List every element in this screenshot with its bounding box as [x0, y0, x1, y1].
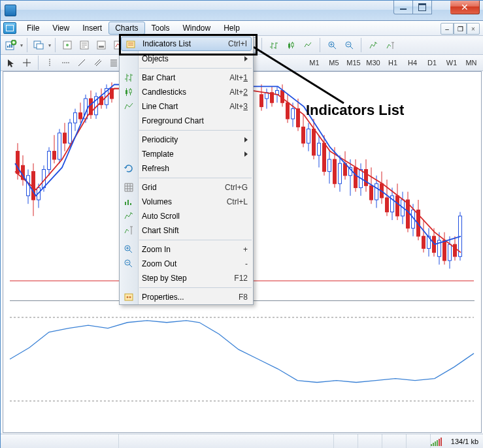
menu-item-step-by-step[interactable]: Step by StepF12	[120, 271, 253, 285]
menu-item-label: Properties...	[142, 293, 184, 302]
connection-bars-icon	[431, 437, 442, 446]
candle-chart-btn[interactable]	[283, 38, 299, 52]
hline-icon[interactable]	[58, 56, 73, 70]
menu-item-template[interactable]: Template	[120, 147, 253, 161]
chartshift-btn[interactable]	[382, 38, 398, 52]
autoscroll-btn[interactable]	[365, 38, 381, 52]
menu-item-chart-shift[interactable]: Chart Shift	[120, 223, 253, 238]
cursor-tool[interactable]	[3, 56, 18, 70]
market-watch-button[interactable]	[59, 38, 75, 52]
tf-MN[interactable]: MN	[461, 56, 481, 69]
props-icon	[124, 292, 134, 302]
vline-icon[interactable]	[42, 56, 57, 70]
refresh-icon	[124, 163, 134, 174]
menu-shortcut: Alt+2	[229, 88, 248, 97]
zoom-in-btn[interactable]	[324, 38, 340, 52]
menu-item-refresh[interactable]: Refresh	[120, 161, 253, 176]
svg-rect-37	[53, 152, 56, 159]
zoomin-icon	[124, 244, 134, 255]
svg-rect-135	[454, 244, 457, 257]
terminal-button[interactable]	[93, 38, 109, 52]
sub-chart	[3, 302, 480, 421]
tf-D1[interactable]: D1	[422, 56, 442, 69]
menu-item-label: Bar Chart	[142, 73, 175, 82]
bar-chart-btn[interactable]	[266, 38, 282, 52]
tf-H1[interactable]: H1	[383, 56, 403, 69]
menu-item-volumes[interactable]: VolumesCtrl+L	[120, 195, 253, 209]
menu-item-line-chart[interactable]: Line ChartAlt+3	[120, 99, 253, 114]
svg-rect-142	[129, 89, 131, 93]
tf-M5[interactable]: M5	[324, 56, 344, 69]
menu-item-periodicity[interactable]: Periodicity	[120, 133, 253, 147]
svg-rect-143	[125, 202, 126, 205]
menu-item-bar-chart[interactable]: Bar ChartAlt+1	[120, 71, 253, 85]
menu-item-grid[interactable]: GridCtrl+G	[120, 180, 253, 195]
menu-item-label: Volumes	[142, 197, 172, 206]
svg-rect-133	[448, 244, 452, 261]
mdi-restore-button[interactable]: ❐	[454, 23, 467, 35]
svg-rect-10	[97, 41, 105, 49]
menu-item-auto-scroll[interactable]: Auto Scroll	[120, 209, 253, 223]
svg-point-8	[66, 44, 69, 46]
svg-rect-11	[99, 46, 104, 48]
mdi-close-button[interactable]: ×	[467, 23, 480, 35]
menu-insert[interactable]: Insert	[76, 22, 108, 35]
svg-rect-144	[127, 200, 129, 205]
window-close-button[interactable]: ✕	[450, 1, 480, 14]
menu-view[interactable]: View	[46, 22, 76, 35]
menu-item-indicators-list[interactable]: Indicators ListCtrl+I	[121, 37, 252, 51]
grid-icon	[124, 182, 134, 193]
crosshair-tool[interactable]	[19, 56, 33, 70]
tf-W1[interactable]: W1	[442, 56, 461, 69]
menu-item-objects[interactable]: Objects	[120, 52, 253, 66]
menu-shortcut: Alt+3	[229, 102, 248, 111]
svg-rect-16	[291, 43, 293, 46]
svg-rect-81	[312, 129, 316, 155]
svg-rect-41	[63, 133, 67, 144]
menu-file[interactable]: File	[20, 22, 46, 35]
mdi-minimize-button[interactable]: –	[441, 23, 454, 35]
trendline-icon[interactable]	[75, 56, 89, 70]
window-minimize-button[interactable]	[393, 1, 413, 14]
svg-rect-35	[48, 152, 51, 170]
window-gap	[432, 1, 450, 14]
profiles-button[interactable]	[31, 38, 47, 52]
menu-item-properties[interactable]: Properties...F8	[120, 290, 253, 304]
traffic-indicator: 134/1 kb	[446, 438, 483, 445]
svg-rect-15	[288, 44, 290, 48]
menu-shortcut: Ctrl+I	[228, 39, 247, 48]
menu-item-candlesticks[interactable]: CandlesticksAlt+2	[120, 85, 253, 99]
svg-rect-140	[127, 41, 135, 48]
tf-M15[interactable]: M15	[344, 56, 363, 69]
mdi-app-icon[interactable]	[3, 22, 16, 34]
svg-rect-1	[7, 46, 8, 48]
menu-window[interactable]: Window	[176, 22, 218, 35]
navigator-button[interactable]	[76, 38, 92, 52]
new-chart-button[interactable]	[3, 38, 19, 52]
zoom-out-btn[interactable]	[341, 38, 357, 52]
svg-rect-109	[386, 198, 389, 212]
autoscroll-icon	[124, 211, 134, 221]
menu-item-label: Refresh	[142, 164, 169, 173]
tf-M30[interactable]: M30	[363, 56, 383, 69]
menu-item-zoom-in[interactable]: Zoom In+	[120, 242, 253, 257]
svg-rect-89	[333, 159, 337, 184]
tf-H4[interactable]: H4	[403, 56, 422, 69]
menu-item-label: Line Chart	[142, 102, 178, 111]
menu-item-label: Step by Step	[142, 274, 187, 283]
menu-charts[interactable]: Charts	[108, 22, 144, 35]
titlebar: ✕	[1, 1, 483, 21]
menu-item-zoom-out[interactable]: Zoom Out-	[120, 257, 253, 271]
svg-rect-85	[323, 143, 326, 171]
menu-item-foreground-chart[interactable]: Foreground Chart	[120, 114, 253, 128]
svg-rect-91	[339, 163, 342, 184]
line-chart-btn[interactable]	[300, 38, 316, 52]
menu-shortcut: Alt+1	[229, 73, 248, 82]
statusbar: 134/1 kb	[1, 434, 483, 448]
tf-M1[interactable]: M1	[305, 56, 324, 69]
window-maximize-button[interactable]	[413, 1, 432, 14]
menu-help[interactable]: Help	[217, 22, 246, 35]
menu-item-label: Objects	[142, 54, 169, 63]
channel-icon[interactable]	[90, 56, 105, 70]
menu-tools[interactable]: Tools	[145, 22, 176, 35]
